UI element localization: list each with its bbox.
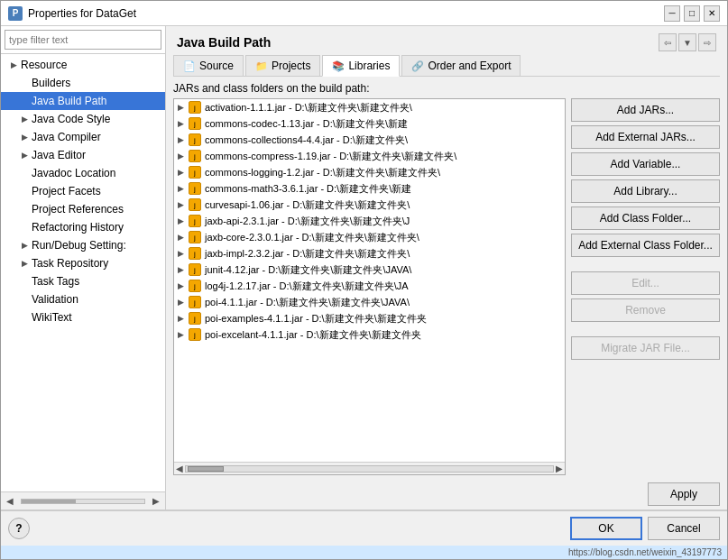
tree-arrow-java-compiler: ▶ bbox=[19, 132, 30, 142]
tree-arrow-refactoring-history bbox=[19, 222, 30, 233]
right-panel: Java Build Path ⇦ ▼ ⇨ 📄Source📁Projects📚L… bbox=[166, 26, 727, 510]
jar-item[interactable]: ▶jcommons-math3-3.6.1.jar - D:\新建文件夹\新建 bbox=[174, 180, 565, 197]
jar-file-icon: j bbox=[189, 263, 201, 276]
sidebar-item-java-build-path[interactable]: Java Build Path bbox=[1, 92, 165, 110]
hscroll-track[interactable] bbox=[185, 465, 554, 473]
sidebar-item-validation[interactable]: Validation bbox=[1, 290, 165, 308]
cancel-button[interactable]: Cancel bbox=[648, 517, 720, 540]
tab-label-order-export: Order and Export bbox=[428, 60, 511, 72]
add-external-jars-button[interactable]: Add External JARs... bbox=[571, 125, 720, 149]
jar-item[interactable]: ▶jpoi-4.1.1.jar - D:\新建文件夹\新建文件夹\JAVA\ bbox=[174, 294, 565, 310]
panel-header: Java Build Path ⇦ ▼ ⇨ bbox=[166, 26, 727, 55]
jar-expand-icon: ▶ bbox=[178, 265, 187, 274]
tab-projects[interactable]: 📁Projects bbox=[245, 55, 320, 76]
jar-file-icon: j bbox=[189, 101, 201, 114]
sidebar-item-project-facets[interactable]: Project Facets bbox=[1, 182, 165, 200]
tab-source[interactable]: 📄Source bbox=[173, 55, 244, 76]
sidebar-item-javadoc-location[interactable]: Javadoc Location bbox=[1, 164, 165, 182]
window-icon: P bbox=[8, 6, 23, 21]
close-button[interactable]: ✕ bbox=[704, 5, 720, 22]
action-buttons: Add JARs... Add External JARs... Add Var… bbox=[571, 98, 720, 475]
horizontal-scrollbar[interactable]: ◀ ▶ bbox=[174, 462, 565, 474]
sidebar-item-task-tags[interactable]: Task Tags bbox=[1, 272, 165, 290]
jar-item[interactable]: ▶jpoi-examples-4.1.1.jar - D:\新建文件夹\新建文件… bbox=[174, 310, 565, 326]
add-jars-button[interactable]: Add JARs... bbox=[571, 98, 720, 122]
hscroll-left[interactable]: ◀ bbox=[176, 464, 183, 473]
jar-item[interactable]: ▶jcurvesapi-1.06.jar - D:\新建文件夹\新建文件夹\ bbox=[174, 197, 565, 213]
add-library-button[interactable]: Add Library... bbox=[571, 179, 720, 203]
jar-expand-icon: ▶ bbox=[178, 103, 187, 112]
sidebar-item-java-compiler[interactable]: ▶Java Compiler bbox=[1, 128, 165, 146]
jar-item[interactable]: ▶jjaxb-api-2.3.1.jar - D:\新建文件夹\新建文件夹\J bbox=[174, 213, 565, 229]
add-class-folder-button[interactable]: Add Class Folder... bbox=[571, 207, 720, 230]
add-variable-button[interactable]: Add Variable... bbox=[571, 152, 720, 176]
sidebar-item-builders[interactable]: Builders bbox=[1, 74, 165, 92]
jar-item[interactable]: ▶jjaxb-core-2.3.0.1.jar - D:\新建文件夹\新建文件夹… bbox=[174, 229, 565, 245]
jar-item[interactable]: ▶jjunit-4.12.jar - D:\新建文件夹\新建文件夹\JAVA\ bbox=[174, 262, 565, 278]
hscroll-right[interactable]: ▶ bbox=[556, 464, 563, 473]
sidebar-item-project-references[interactable]: Project References bbox=[1, 200, 165, 218]
jar-item[interactable]: ▶jcommons-codec-1.13.jar - D:\新建文件夹\新建 bbox=[174, 115, 565, 132]
tab-icon-libraries: 📚 bbox=[332, 60, 345, 72]
ok-button[interactable]: OK bbox=[570, 517, 642, 540]
jar-expand-icon: ▶ bbox=[178, 184, 187, 193]
jar-file-icon: j bbox=[189, 117, 201, 130]
tab-order-export[interactable]: 🔗Order and Export bbox=[401, 55, 521, 76]
jar-expand-icon: ▶ bbox=[178, 233, 187, 242]
scroll-left-arrow[interactable]: ◀ bbox=[1, 492, 19, 510]
sidebar-scroll-bottom: ◀ ▶ bbox=[1, 491, 165, 510]
tree-arrow-task-repository: ▶ bbox=[19, 258, 30, 269]
jar-item[interactable]: ▶jcommons-compress-1.19.jar - D:\新建文件夹\新… bbox=[174, 148, 565, 164]
jar-item[interactable]: ▶jcommons-logging-1.2.jar - D:\新建文件夹\新建文… bbox=[174, 164, 565, 180]
panel-main: ▶jactivation-1.1.1.jar - D:\新建文件夹\新建文件夹\… bbox=[173, 98, 720, 475]
sidebar-item-task-repository[interactable]: ▶Task Repository bbox=[1, 254, 165, 272]
sidebar-item-refactoring-history[interactable]: Refactoring History bbox=[1, 218, 165, 236]
tabs-row: 📄Source📁Projects📚Libraries🔗Order and Exp… bbox=[173, 55, 720, 77]
sidebar: ▶ResourceBuildersJava Build Path▶Java Co… bbox=[1, 26, 166, 510]
tab-libraries[interactable]: 📚Libraries bbox=[322, 55, 400, 77]
search-input[interactable] bbox=[5, 30, 161, 50]
jar-item[interactable]: ▶jactivation-1.1.1.jar - D:\新建文件夹\新建文件夹\ bbox=[174, 99, 565, 115]
nav-back-button[interactable]: ⇦ bbox=[659, 33, 677, 51]
migrate-jar-button[interactable]: Migrate JAR File... bbox=[571, 336, 720, 360]
jar-expand-icon: ▶ bbox=[178, 281, 187, 290]
jar-item[interactable]: ▶jlog4j-1.2.17.jar - D:\新建文件夹\新建文件夹\JA bbox=[174, 278, 565, 294]
tree-arrow-task-tags bbox=[19, 276, 30, 287]
sidebar-item-run-debug-settings[interactable]: ▶Run/Debug Setting: bbox=[1, 236, 165, 254]
edit-button[interactable]: Edit... bbox=[571, 271, 720, 295]
remove-button[interactable]: Remove bbox=[571, 298, 720, 322]
jar-item[interactable]: ▶jpoi-excelant-4.1.1.jar - D:\新建文件夹\新建文件… bbox=[174, 326, 565, 343]
tree-arrow-resource: ▶ bbox=[8, 60, 19, 70]
hscroll-thumb[interactable] bbox=[188, 466, 224, 472]
jar-file-icon: j bbox=[189, 247, 201, 260]
tab-icon-order-export: 🔗 bbox=[411, 60, 424, 72]
sidebar-item-wikitext[interactable]: WikiText bbox=[1, 308, 165, 326]
sidebar-label-project-references: Project References bbox=[32, 203, 124, 216]
add-external-class-folder-button[interactable]: Add External Class Folder... bbox=[571, 234, 720, 257]
jar-name: junit-4.12.jar - D:\新建文件夹\新建文件夹\JAVA\ bbox=[205, 263, 411, 277]
maximize-button[interactable]: □ bbox=[684, 5, 700, 22]
tab-icon-source: 📄 bbox=[183, 60, 196, 72]
jar-name: commons-collections4-4.4.jar - D:\新建文件夹\ bbox=[205, 133, 408, 147]
jar-expand-icon: ▶ bbox=[178, 330, 187, 339]
bottom-bar: ? OK Cancel bbox=[1, 510, 727, 546]
search-box bbox=[1, 26, 165, 54]
jar-name: commons-compress-1.19.jar - D:\新建文件夹\新建文… bbox=[205, 150, 456, 163]
jar-list[interactable]: ▶jactivation-1.1.1.jar - D:\新建文件夹\新建文件夹\… bbox=[174, 99, 565, 462]
sidebar-item-java-editor[interactable]: ▶Java Editor bbox=[1, 146, 165, 164]
tree-arrow-java-build-path bbox=[19, 96, 30, 106]
nav-dropdown-button[interactable]: ▼ bbox=[678, 33, 696, 51]
window-controls: ─ □ ✕ bbox=[664, 5, 720, 22]
sidebar-item-resource[interactable]: ▶Resource bbox=[1, 56, 165, 74]
help-button[interactable]: ? bbox=[8, 518, 30, 539]
jar-file-icon: j bbox=[189, 133, 201, 146]
tab-label-projects: Projects bbox=[272, 60, 310, 72]
scroll-right-arrow[interactable]: ▶ bbox=[147, 492, 165, 510]
apply-button[interactable]: Apply bbox=[648, 482, 720, 506]
minimize-button[interactable]: ─ bbox=[664, 5, 680, 22]
sidebar-item-java-code-style[interactable]: ▶Java Code Style bbox=[1, 110, 165, 128]
nav-forward-button[interactable]: ⇨ bbox=[698, 33, 716, 51]
jar-item[interactable]: ▶jcommons-collections4-4.4.jar - D:\新建文件… bbox=[174, 132, 565, 148]
jar-item[interactable]: ▶jjaxb-impl-2.3.2.jar - D:\新建文件夹\新建文件夹\ bbox=[174, 245, 565, 262]
sidebar-label-refactoring-history: Refactoring History bbox=[32, 221, 124, 234]
